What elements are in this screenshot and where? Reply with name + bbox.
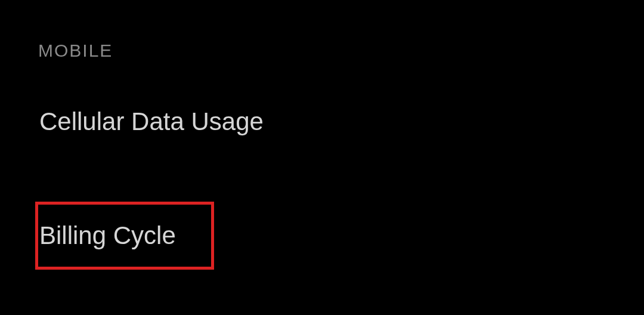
section-header-mobile: MOBILE [38,41,644,61]
billing-cycle-highlight: Billing Cycle [35,202,214,270]
billing-cycle-item[interactable]: Billing Cycle [39,221,196,250]
settings-section: MOBILE Cellular Data Usage Billing Cycle [0,0,644,270]
cellular-data-usage-item[interactable]: Cellular Data Usage [39,107,644,136]
